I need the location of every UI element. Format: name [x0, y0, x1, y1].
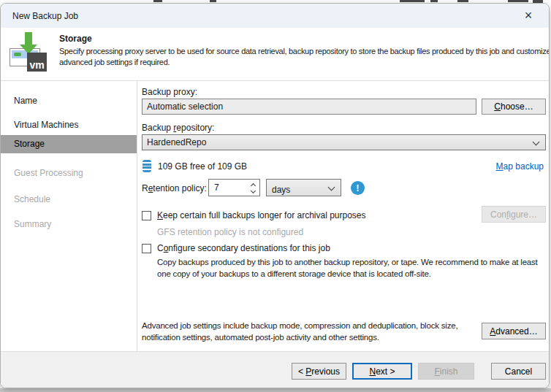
background-artifact [457, 0, 468, 2]
chevron-down-icon [533, 139, 540, 146]
down-arrow-icon [25, 32, 32, 45]
gfs-note: GFS retention policy is not configured [157, 227, 303, 237]
info-icon: ! [351, 181, 365, 195]
text-part: K [157, 210, 163, 220]
keep-full-backups-label: Keep certain full backups longer for arc… [157, 210, 366, 220]
text-part: < [298, 366, 305, 377]
advanced-settings-description: Advanced job settings include backup mod… [142, 320, 484, 343]
text-part: C [157, 243, 164, 253]
wizard-footer: < Previous Next > Finish Cancel [1, 351, 549, 388]
backup-proxy-label: Backup proxy: [142, 87, 197, 97]
secondary-destinations-checkbox[interactable] [142, 244, 151, 253]
previous-button[interactable]: < Previous [292, 363, 346, 380]
cancel-button[interactable]: Cancel [491, 363, 546, 380]
retention-unit-dropdown[interactable]: days [266, 179, 341, 196]
spinner-down-icon[interactable] [251, 188, 256, 193]
retention-unit-value: days [272, 182, 290, 197]
text-part: eep certain full backups longer for arch… [163, 210, 366, 220]
text-part: ext > [376, 366, 395, 377]
text-part: R [142, 183, 148, 193]
backup-repository-label: Backup repository: [142, 123, 214, 133]
advanced-button[interactable]: Advanced… [482, 323, 546, 339]
backup-repository-dropdown[interactable]: HardenedRepo [142, 134, 546, 150]
text-part: N [369, 366, 376, 377]
map-backup-link[interactable]: Map backup [496, 161, 544, 172]
vm-backup-icon: vm [10, 32, 49, 73]
text-part: igure… [509, 210, 537, 220]
sidebar-item-guest-processing: Guest Processing [1, 166, 137, 180]
backup-proxy-input[interactable]: Automatic selection [142, 99, 476, 115]
sidebar-item-schedule: Schedule [1, 192, 137, 207]
free-space-text: 109 GB free of 109 GB [158, 161, 247, 172]
storage-step-content: Backup proxy: Automatic selection Choose… [137, 81, 549, 351]
chevron-down-icon [328, 184, 335, 191]
wizard-body: Name Virtual Machines Storage Guest Proc… [1, 81, 549, 351]
wizard-steps-sidebar: Name Virtual Machines Storage Guest Proc… [1, 81, 137, 351]
text-part: Con [490, 210, 506, 220]
text-part: revious [311, 366, 340, 377]
text-part: ap backup [503, 161, 544, 172]
disk-icon [142, 160, 151, 172]
background-strip [0, 388, 551, 392]
close-icon: × [525, 8, 533, 23]
text-part: F [434, 366, 439, 377]
background-artifact [153, 0, 162, 2]
secondary-destinations-label: Configure secondary destinations for thi… [157, 243, 330, 253]
sidebar-item-name[interactable]: Name [1, 93, 137, 108]
secondary-destinations-description: Copy backups produced by this job to ano… [157, 256, 550, 280]
text-part: tention policy: [153, 183, 206, 193]
background-artifact [508, 0, 528, 2]
next-button[interactable]: Next > [352, 363, 412, 380]
background-artifact [400, 0, 425, 2]
close-button[interactable]: × [517, 4, 540, 28]
wizard-header: vm Storage Specify processing proxy serv… [1, 28, 549, 81]
finish-button[interactable]: Finish [418, 363, 474, 380]
titlebar: New Backup Job × [1, 4, 549, 28]
retention-value-spinner[interactable]: 7 [208, 179, 260, 196]
text-part: nfigure secondary destinations for this … [168, 243, 330, 253]
text-part: M [496, 161, 503, 172]
background-artifact [210, 0, 216, 2]
text-part: Backup [142, 123, 173, 133]
keep-full-backups-checkbox[interactable] [142, 211, 151, 220]
window-title: New Backup Job [12, 11, 78, 21]
text-part: inish [440, 366, 458, 377]
page-title: Storage [59, 34, 92, 44]
vm-label: vm [27, 53, 47, 72]
new-backup-job-dialog: New Backup Job × vm Storage Specify proc… [0, 3, 550, 388]
page-description: Specify processing proxy server to be us… [59, 46, 550, 68]
sidebar-item-summary: Summary [1, 217, 137, 231]
sidebar-item-virtual-machines[interactable]: Virtual Machines [1, 118, 137, 132]
text-part: C [494, 101, 501, 112]
choose-button[interactable]: Choose… [482, 99, 546, 115]
sidebar-item-storage[interactable]: Storage [1, 135, 137, 153]
configure-gfs-button[interactable]: Configure… [482, 206, 546, 223]
retention-policy-label: Retention policy: [142, 183, 207, 193]
text-part: dvanced… [495, 326, 537, 337]
text-part: hoose… [501, 101, 533, 112]
background-artifact [430, 0, 438, 2]
backup-repository-value: HardenedRepo [147, 137, 206, 147]
retention-value: 7 [214, 182, 219, 193]
text-part: epository: [176, 123, 214, 133]
